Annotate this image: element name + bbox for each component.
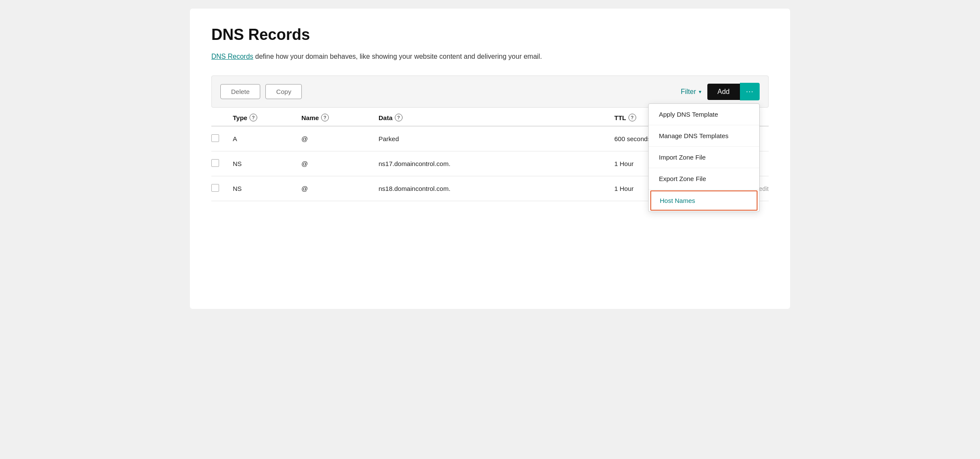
toolbar-left: Delete Copy: [220, 84, 302, 99]
col-data: Data ?: [379, 114, 614, 121]
row3-checkbox[interactable]: [211, 184, 219, 192]
more-options-button[interactable]: ···: [740, 83, 760, 100]
page-description: DNS Records define how your domain behav…: [211, 51, 769, 62]
row3-data: ns18.domaincontrol.com.: [379, 185, 614, 192]
row2-name: @: [301, 160, 379, 167]
row2-checkbox[interactable]: [211, 159, 219, 167]
toolbar-right: Filter ▾ Add ··· Apply DNS Template Mana…: [681, 83, 760, 100]
dropdown-menu: Apply DNS Template Manage DNS Templates …: [648, 103, 760, 212]
page-container: DNS Records DNS Records define how your …: [190, 9, 790, 309]
dns-records-link[interactable]: DNS Records: [211, 53, 253, 60]
add-button[interactable]: Add: [707, 84, 740, 100]
dropdown-item-manage-dns-templates[interactable]: Manage DNS Templates: [649, 125, 759, 147]
dropdown-item-export-zone-file[interactable]: Export Zone File: [649, 168, 759, 190]
dropdown-item-import-zone-file[interactable]: Import Zone File: [649, 147, 759, 168]
chevron-down-icon: ▾: [699, 89, 701, 95]
row2-checkbox-cell: [211, 159, 233, 168]
name-help-icon[interactable]: ?: [321, 114, 329, 121]
dropdown-item-host-names[interactable]: Host Names: [650, 190, 758, 211]
row2-data: ns17.domaincontrol.com.: [379, 160, 614, 167]
dropdown-item-apply-dns-template[interactable]: Apply DNS Template: [649, 104, 759, 125]
col-checkbox: [211, 114, 233, 121]
col-name: Name ?: [301, 114, 379, 121]
ttl-help-icon[interactable]: ?: [628, 114, 636, 121]
row3-checkbox-cell: [211, 184, 233, 193]
data-help-icon[interactable]: ?: [395, 114, 403, 121]
row1-checkbox-cell: [211, 134, 233, 143]
row1-name: @: [301, 135, 379, 142]
row2-type: NS: [233, 160, 301, 167]
more-icon: ···: [746, 87, 754, 96]
row3-name: @: [301, 185, 379, 192]
toolbar: Delete Copy Filter ▾ Add ··· Apply DNS T…: [211, 75, 769, 108]
page-title: DNS Records: [211, 26, 769, 44]
row1-data: Parked: [379, 135, 614, 142]
copy-button[interactable]: Copy: [265, 84, 302, 99]
row1-type: A: [233, 135, 301, 142]
row3-type: NS: [233, 185, 301, 192]
col-type: Type ?: [233, 114, 301, 121]
type-help-icon[interactable]: ?: [250, 114, 257, 121]
row1-checkbox[interactable]: [211, 134, 219, 142]
filter-button[interactable]: Filter ▾: [681, 88, 701, 96]
delete-button[interactable]: Delete: [220, 84, 260, 99]
